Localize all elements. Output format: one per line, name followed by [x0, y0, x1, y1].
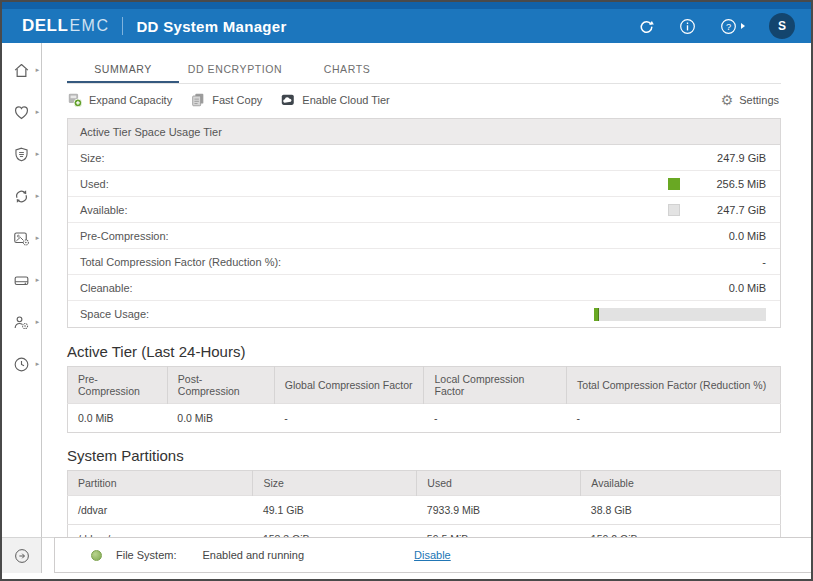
space-usage-bar — [594, 308, 766, 321]
clock-maintenance-icon[interactable]: ► — [10, 352, 34, 376]
row-space-usage: Space Usage: — [68, 301, 780, 327]
space-usage-bar-fill — [594, 308, 599, 321]
tab-summary[interactable]: SUMMARY — [67, 57, 179, 83]
bottom-strip — [2, 573, 811, 579]
col-local-compression-factor: Local Compression Factor — [424, 367, 567, 404]
expand-panel-button[interactable] — [2, 537, 42, 573]
enable-cloud-tier-button[interactable]: Enable Cloud Tier — [280, 92, 389, 108]
expand-capacity-button[interactable]: Expand Capacity — [67, 92, 172, 108]
settings-button[interactable]: ⚙ Settings — [721, 93, 779, 107]
row-cleanable: Cleanable: 0.0 MiB — [68, 275, 780, 301]
app-window: DELL EMC DD System Manager — [0, 0, 813, 581]
col-available: Available — [581, 471, 781, 496]
row-size: Size: 247.9 GiB — [68, 145, 780, 171]
table-header-row: Partition Size Used Available — [68, 471, 781, 496]
chevron-right-icon: ► — [35, 193, 41, 199]
left-nav-sidebar: ► ► ► — [2, 43, 42, 537]
cloud-tier-icon — [280, 92, 296, 108]
cell-post-compression: 0.0 MiB — [167, 404, 274, 433]
fast-copy-button[interactable]: Fast Copy — [190, 92, 262, 108]
app-header: DELL EMC DD System Manager — [2, 9, 811, 43]
brand-emc: EMC — [69, 17, 109, 35]
help-caret-icon — [741, 23, 745, 29]
content-pane: SUMMARY DD ENCRYPTION CHARTS Expand Capa… — [42, 43, 811, 537]
sync-replication-icon[interactable]: ► — [10, 184, 34, 208]
brand-dell: DELL — [22, 16, 68, 36]
cell-size: 49.1 GiB — [253, 496, 417, 525]
row-size-label: Size: — [80, 152, 104, 164]
chevron-right-icon: ► — [35, 151, 41, 157]
shield-icon[interactable]: ► — [10, 142, 34, 166]
action-toolbar: Expand Capacity Fast Copy Enable Cl — [67, 87, 781, 113]
row-available-label: Available: — [80, 204, 128, 216]
row-pre-compression-label: Pre-Compression: — [80, 230, 169, 242]
chevron-right-icon: ► — [35, 277, 41, 283]
expand-capacity-label: Expand Capacity — [89, 94, 172, 106]
col-global-compression-factor: Global Compression Factor — [274, 367, 424, 404]
arrow-right-circle-icon — [13, 547, 31, 565]
gear-icon: ⚙ — [721, 93, 734, 107]
user-admin-gear-icon[interactable]: ► — [10, 310, 34, 334]
table-row: 0.0 MiB 0.0 MiB - - - — [68, 404, 781, 433]
row-total-compression-label: Total Compression Factor (Reduction %): — [80, 256, 281, 268]
col-pre-compression: Pre-Compression — [68, 367, 168, 404]
available-swatch — [668, 204, 680, 216]
system-partitions-section-title: System Partitions — [67, 447, 781, 464]
cell-total-compression-factor: - — [567, 404, 781, 433]
row-available-value: 247.7 GiB — [696, 204, 766, 216]
heart-health-icon[interactable]: ► — [10, 100, 34, 124]
col-partition: Partition — [68, 471, 253, 496]
status-ok-icon — [91, 550, 102, 561]
col-total-compression-factor: Total Compression Factor (Reduction %) — [567, 367, 781, 404]
table-row-ddvar: /ddvar 49.1 GiB 7933.9 MiB 38.8 GiB — [68, 496, 781, 525]
expand-capacity-icon — [67, 92, 83, 108]
file-system-label: File System: — [116, 549, 177, 561]
disable-link[interactable]: Disable — [414, 549, 451, 561]
data-services-gear-icon[interactable]: ► — [10, 226, 34, 250]
tab-dd-encryption[interactable]: DD ENCRYPTION — [179, 57, 291, 83]
active-tier-section-title: Active Tier (Last 24-Hours) — [67, 343, 781, 360]
row-used-value: 256.5 MiB — [696, 178, 766, 190]
cell-partition: /ddvar/core — [68, 525, 253, 538]
col-used: Used — [417, 471, 581, 496]
info-icon[interactable] — [679, 18, 696, 35]
row-total-compression-value: - — [696, 256, 766, 268]
cell-available: 38.8 GiB — [581, 496, 781, 525]
row-cleanable-label: Cleanable: — [80, 282, 133, 294]
active-tier-space-usage-panel: Active Tier Space Usage Tier Size: 247.9… — [67, 118, 781, 328]
cell-available: 150.2 GiB — [581, 525, 781, 538]
fast-copy-icon — [190, 92, 206, 108]
table-header-row: Pre-Compression Post-Compression Global … — [68, 367, 781, 404]
browser-top-strip — [2, 2, 811, 9]
row-cleanable-value: 0.0 MiB — [696, 282, 766, 294]
row-space-usage-label: Space Usage: — [80, 308, 149, 320]
fast-copy-label: Fast Copy — [212, 94, 262, 106]
cell-partition: /ddvar — [68, 496, 253, 525]
main-area: ► ► ► — [2, 43, 811, 537]
row-used: Used: 256.5 MiB — [68, 171, 780, 197]
tab-bar: SUMMARY DD ENCRYPTION CHARTS — [67, 57, 781, 84]
help-icon[interactable]: ? — [720, 18, 745, 35]
cell-used: 59.5 MiB — [417, 525, 581, 538]
table-row-ddvar-core: /ddvar/core 158.3 GiB 59.5 MiB 150.2 GiB — [68, 525, 781, 538]
row-pre-compression-value: 0.0 MiB — [696, 230, 766, 242]
col-post-compression: Post-Compression — [167, 367, 274, 404]
chevron-right-icon: ► — [35, 109, 41, 115]
enable-cloud-tier-label: Enable Cloud Tier — [302, 94, 389, 106]
col-size: Size — [253, 471, 417, 496]
settings-label: Settings — [739, 94, 779, 106]
file-system-status-bar: File System: Enabled and running Disable — [54, 537, 811, 573]
tab-charts[interactable]: CHARTS — [291, 57, 403, 83]
cell-local-compression-factor: - — [424, 404, 567, 433]
user-avatar[interactable]: S — [769, 13, 795, 39]
row-size-value: 247.9 GiB — [696, 152, 766, 164]
row-used-label: Used: — [80, 178, 109, 190]
hard-drive-icon[interactable]: ► — [10, 268, 34, 292]
header-actions: ? S — [638, 13, 795, 39]
file-system-state: Enabled and running — [203, 549, 305, 561]
app-title: DD System Manager — [136, 18, 286, 35]
refresh-icon[interactable] — [638, 18, 655, 35]
home-icon[interactable]: ► — [10, 58, 34, 82]
chevron-right-icon: ► — [35, 319, 41, 325]
chevron-right-icon: ► — [35, 361, 41, 367]
